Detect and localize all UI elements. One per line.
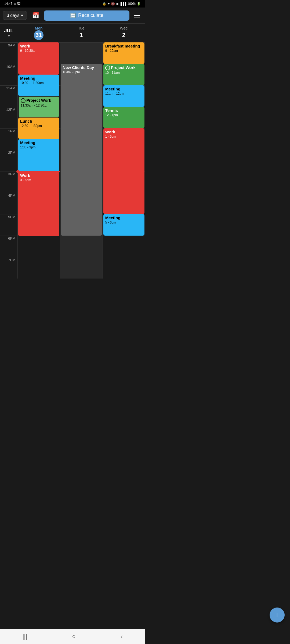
days-grid: Work 9 - 10:30am Meeting 10:30 - 11:30am… <box>17 42 145 279</box>
time-slot-2pm: 2PM <box>0 150 17 171</box>
time-slot-6pm: 6PM <box>0 236 17 257</box>
event-work-wed[interactable]: Work 1 - 5pm <box>103 128 144 214</box>
wednesday-column[interactable]: Breakfast meeting 9 - 10am Project Work … <box>103 42 145 279</box>
day-num-tue: 1 <box>76 30 86 40</box>
event-meeting-wed-2[interactable]: Meeting 5 - 6pm <box>103 214 144 236</box>
recalculate-icon: 🔄 <box>70 13 76 19</box>
time-slot-9am: 9AM <box>0 42 17 64</box>
event-lunch-mon[interactable]: Lunch 12:30 - 1:30pm <box>18 118 59 139</box>
calendar-icon-button[interactable]: 📅 <box>30 11 41 20</box>
monday-column[interactable]: Work 9 - 10:30am Meeting 10:30 - 11:30am… <box>17 42 60 279</box>
time-slot-12pm: 12PM <box>0 107 17 128</box>
time-slot-3pm: 3PM <box>0 171 17 193</box>
recalculate-button[interactable]: 🔄 Recalculate <box>44 10 129 21</box>
time-slot-10am: 10AM <box>0 64 17 85</box>
event-work-mon[interactable]: Work 9 - 10:30am <box>18 42 59 75</box>
event-breakfast-meeting[interactable]: Breakfast meeting 9 - 10am <box>103 42 144 64</box>
recalculate-label: Recalculate <box>78 13 103 18</box>
event-meeting-wed-1[interactable]: Meeting 11am - 12pm <box>103 85 144 107</box>
time-slot-4pm: 4PM <box>0 193 17 214</box>
days-label: 3 days <box>7 13 19 18</box>
calendar-grid: 9AM 10AM 11AM 12PM 1PM 2PM 3PM 4PM 5PM 6… <box>0 42 145 279</box>
current-time-dot <box>16 170 19 173</box>
days-selector-button[interactable]: 3 days ▾ <box>3 11 27 20</box>
status-icons: 🔒 ✦ 🔇 ◉ ▐▐▐ 100% 🔋 <box>102 2 141 6</box>
chevron-down-icon: ▾ <box>21 13 23 18</box>
time-slot-7pm: 7PM <box>0 257 17 279</box>
month-chevron-icon: ▾ <box>8 34 10 38</box>
day-name-tue: Tue <box>78 26 85 30</box>
current-time-line <box>18 171 60 172</box>
menu-button[interactable] <box>132 13 142 19</box>
day-col-wed[interactable]: Wed 2 <box>103 24 145 42</box>
time-column: 9AM 10AM 11AM 12PM 1PM 2PM 3PM 4PM 5PM 6… <box>0 42 17 279</box>
day-num-mon: 31 <box>34 30 44 40</box>
day-name-wed: Wed <box>120 26 128 30</box>
toolbar: 3 days ▾ 📅 🔄 Recalculate <box>0 8 145 24</box>
event-new-clients-day[interactable]: New Clients Day 10am - 6pm <box>61 64 102 236</box>
time-slot-1pm: 1PM <box>0 128 17 150</box>
time-slot-11am: 11AM <box>0 85 17 107</box>
day-num-wed: 2 <box>119 30 129 40</box>
calendar-header: JUL ▾ Mon 31 Tue 1 Wed 2 <box>0 24 145 42</box>
event-project-wed[interactable]: Project Work 10 - 11am <box>103 64 144 85</box>
status-time: 14:47 ▭ 🖼 <box>4 2 20 6</box>
day-name-mon: Mon <box>35 26 43 30</box>
status-bar: 14:47 ▭ 🖼 🔒 ✦ 🔇 ◉ ▐▐▐ 100% 🔋 <box>0 0 145 8</box>
event-project-mon[interactable]: Project Work 11:30am - 12:30... <box>18 96 59 118</box>
event-work-mon-2[interactable]: Work 3 - 6pm <box>18 172 59 236</box>
day-col-tue[interactable]: Tue 1 <box>60 24 102 42</box>
event-meeting-mon-1[interactable]: Meeting 10:30 - 11:30am <box>18 75 59 96</box>
month-label[interactable]: JUL ▾ <box>0 24 17 42</box>
day-col-mon[interactable]: Mon 31 <box>17 24 60 42</box>
tuesday-column[interactable]: New Clients Day 10am - 6pm <box>60 42 102 279</box>
event-meeting-mon-2[interactable]: Meeting 1:30 - 3pm <box>18 139 59 171</box>
event-tennis[interactable]: Tennis 12 - 1pm <box>103 107 144 128</box>
time-slot-5pm: 5PM <box>0 214 17 236</box>
